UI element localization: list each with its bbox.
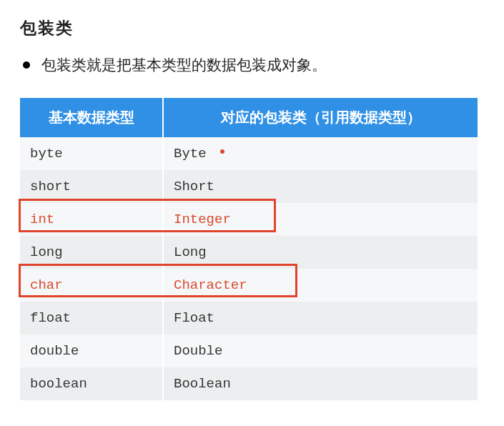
cell-wrapper: Character [163, 269, 478, 302]
cell-wrapper: Byte [163, 137, 478, 170]
table-row: double Double [20, 335, 478, 367]
col-primitive-header: 基本数据类型 [20, 98, 163, 137]
table-row: float Float [20, 302, 478, 335]
cell-primitive: int [20, 203, 163, 236]
table-row: boolean Boolean [20, 367, 478, 400]
cell-wrapper: Integer [163, 203, 478, 236]
table-header-row: 基本数据类型 对应的包装类（引用数据类型） [20, 98, 478, 137]
cell-primitive: char [20, 269, 163, 302]
bullet-item: 包装类就是把基本类型的数据包装成对象。 [23, 55, 484, 75]
cell-wrapper: Boolean [163, 367, 478, 400]
cell-primitive: double [20, 335, 163, 367]
table-row-highlighted: int Integer [20, 203, 478, 236]
cell-primitive: boolean [20, 367, 163, 400]
cell-primitive: float [20, 302, 163, 335]
table-row-highlighted: char Character [20, 269, 478, 302]
bullet-text: 包装类就是把基本类型的数据包装成对象。 [41, 55, 327, 75]
red-dot-annotation [220, 149, 224, 154]
wrapper-class-table: 基本数据类型 对应的包装类（引用数据类型） byte Byte short Sh… [20, 98, 478, 400]
cell-primitive: long [20, 236, 163, 269]
section-heading: 包装类 [20, 17, 484, 39]
table-row: short Short [20, 170, 478, 203]
cell-wrapper: Long [163, 236, 478, 269]
cell-wrapper: Double [163, 335, 478, 367]
table-wrapper: 基本数据类型 对应的包装类（引用数据类型） byte Byte short Sh… [20, 98, 478, 400]
cell-wrapper: Short [163, 170, 478, 203]
cell-wrapper: Float [163, 302, 478, 335]
table-row: byte Byte [20, 137, 478, 170]
cell-primitive: byte [20, 137, 163, 170]
table-row: long Long [20, 236, 478, 269]
col-wrapper-header: 对应的包装类（引用数据类型） [163, 98, 478, 137]
bullet-icon [23, 61, 30, 69]
cell-primitive: short [20, 170, 163, 203]
